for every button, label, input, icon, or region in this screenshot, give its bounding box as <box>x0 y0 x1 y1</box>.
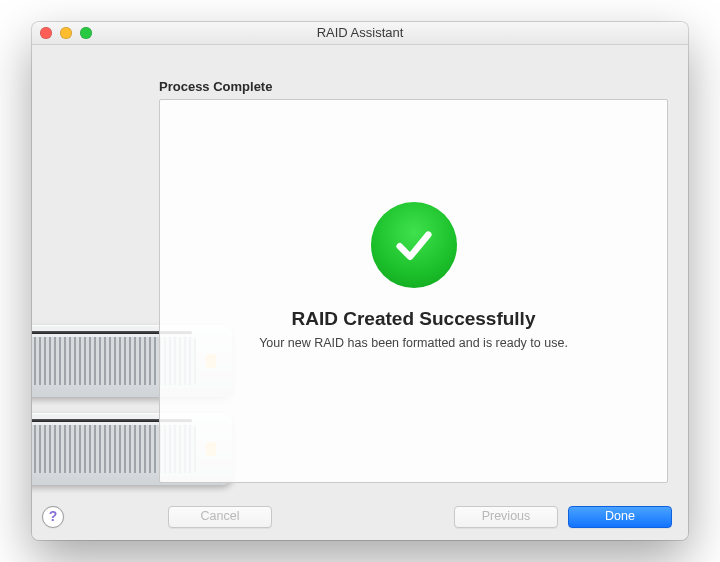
close-window-button[interactable] <box>40 27 52 39</box>
window-controls <box>40 27 92 39</box>
cancel-button: Cancel <box>168 506 272 528</box>
minimize-window-button[interactable] <box>60 27 72 39</box>
result-title: RAID Created Successfully <box>292 308 536 330</box>
titlebar: RAID Assistant <box>32 22 688 45</box>
assistant-window: RAID Assistant Process Complete RAID Cre… <box>32 22 688 540</box>
success-check-icon <box>371 202 457 288</box>
previous-button: Previous <box>454 506 558 528</box>
help-button[interactable]: ? <box>42 506 64 528</box>
zoom-window-button[interactable] <box>80 27 92 39</box>
step-heading: Process Complete <box>159 79 272 94</box>
footer: ? Cancel Previous Done <box>32 493 688 540</box>
window-body: Process Complete RAID Created Successful… <box>32 45 688 540</box>
result-panel: RAID Created Successfully Your new RAID … <box>159 99 668 483</box>
window-title: RAID Assistant <box>317 25 404 40</box>
result-subtitle: Your new RAID has been formatted and is … <box>259 336 568 350</box>
done-button[interactable]: Done <box>568 506 672 528</box>
